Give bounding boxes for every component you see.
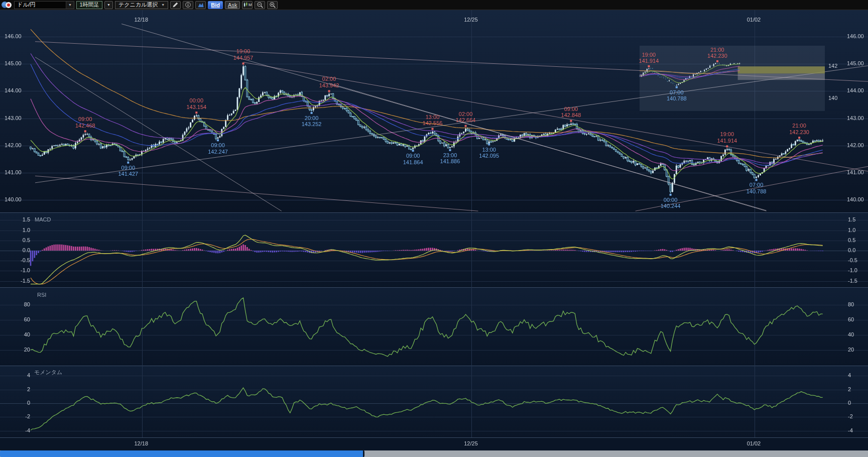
pencil-icon[interactable] bbox=[170, 1, 181, 9]
fx-chart-app: ドル/円 ▼ 1時間足 ▼ テクニカル選択 ▼ Bid Ask M bbox=[0, 0, 868, 457]
timeframe-label: 1時間足 bbox=[79, 1, 99, 9]
area-chart-icon[interactable] bbox=[195, 1, 206, 9]
pair-label: ドル/円 bbox=[17, 1, 36, 9]
zoom-in-icon[interactable] bbox=[267, 1, 278, 9]
candle-m-label: M bbox=[249, 3, 252, 7]
date-axis bbox=[0, 437, 868, 450]
bid-button[interactable]: Bid bbox=[208, 1, 223, 9]
timeframe-selector[interactable]: 1時間足 bbox=[76, 1, 102, 9]
technical-label: テクニカル選択 bbox=[118, 1, 158, 9]
macd-panel bbox=[0, 212, 868, 287]
momentum-panel bbox=[0, 366, 868, 437]
timeframe-dropdown-button[interactable]: ▼ bbox=[104, 1, 113, 9]
candle-m-icon[interactable]: M bbox=[242, 1, 253, 9]
macd-canvas[interactable] bbox=[0, 212, 868, 287]
rsi-canvas[interactable] bbox=[0, 287, 868, 366]
zoom-out-icon[interactable] bbox=[255, 1, 265, 9]
macd-title: MACD bbox=[35, 216, 51, 222]
toolbar: ドル/円 ▼ 1時間足 ▼ テクニカル選択 ▼ Bid Ask M bbox=[0, 0, 868, 10]
technical-selector[interactable]: テクニカル選択 ▼ bbox=[115, 1, 168, 9]
pair-flag-icon bbox=[2, 2, 12, 9]
rsi-panel bbox=[0, 287, 868, 366]
ask-button[interactable]: Ask bbox=[225, 1, 240, 9]
momentum-title: モメンタム bbox=[34, 369, 62, 376]
chevron-down-icon: ▼ bbox=[161, 3, 165, 7]
horizontal-scrollbar[interactable] bbox=[0, 450, 868, 457]
scrollbar-thumb[interactable] bbox=[0, 450, 364, 457]
rsi-title: RSI bbox=[37, 292, 46, 298]
pair-selector[interactable]: ドル/円 ▼ bbox=[14, 1, 74, 9]
chevron-down-icon: ▼ bbox=[66, 2, 74, 9]
momentum-canvas[interactable] bbox=[0, 366, 868, 437]
price-chart-canvas[interactable] bbox=[0, 10, 868, 212]
info-icon[interactable] bbox=[183, 1, 193, 9]
price-chart-panel bbox=[0, 10, 868, 212]
